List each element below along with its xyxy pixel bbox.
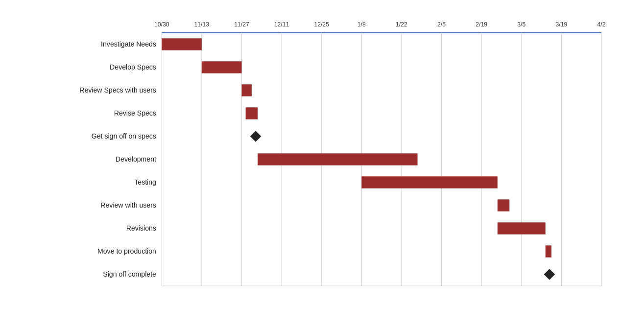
svg-rect-26 [162, 38, 202, 50]
svg-text:Revise Specs: Revise Specs [114, 109, 156, 117]
svg-rect-36 [258, 153, 417, 165]
svg-text:3/19: 3/19 [556, 21, 568, 28]
svg-text:12/25: 12/25 [314, 21, 329, 28]
svg-rect-32 [246, 107, 258, 119]
svg-text:Sign off complete: Sign off complete [103, 270, 156, 278]
svg-rect-28 [202, 61, 242, 73]
svg-text:Develop Specs: Develop Specs [110, 63, 156, 71]
svg-text:Get sign off on specs: Get sign off on specs [92, 132, 156, 140]
gantt-chart: 10/3011/1311/2712/1112/251/81/222/52/193… [0, 0, 644, 327]
svg-marker-46 [544, 269, 555, 280]
svg-rect-42 [498, 222, 546, 234]
svg-text:1/22: 1/22 [396, 21, 407, 28]
svg-text:Testing: Testing [134, 178, 156, 186]
svg-text:Move to production: Move to production [97, 247, 156, 255]
svg-marker-34 [250, 131, 262, 142]
svg-text:3/5: 3/5 [517, 21, 525, 28]
svg-text:1/8: 1/8 [358, 21, 366, 28]
svg-text:2/19: 2/19 [476, 21, 487, 28]
svg-text:Review with users: Review with users [100, 201, 156, 209]
svg-text:Investigate Needs: Investigate Needs [101, 40, 156, 48]
svg-rect-30 [241, 84, 251, 96]
svg-text:4/2: 4/2 [597, 21, 606, 28]
svg-rect-44 [546, 245, 551, 257]
svg-text:Review Specs with users: Review Specs with users [79, 86, 156, 94]
svg-rect-38 [361, 176, 498, 188]
svg-text:11/13: 11/13 [194, 21, 210, 28]
svg-text:10/30: 10/30 [154, 21, 169, 28]
svg-text:Revisions: Revisions [126, 224, 156, 232]
gantt-svg: 10/3011/1311/2712/1112/251/81/222/52/193… [10, 10, 624, 317]
svg-text:Development: Development [116, 155, 156, 163]
svg-text:12/11: 12/11 [274, 21, 289, 28]
svg-rect-40 [498, 199, 509, 211]
chart-inner: 10/3011/1311/2712/1112/251/81/222/52/193… [10, 10, 624, 317]
svg-text:2/5: 2/5 [437, 21, 446, 28]
svg-text:11/27: 11/27 [234, 21, 249, 28]
